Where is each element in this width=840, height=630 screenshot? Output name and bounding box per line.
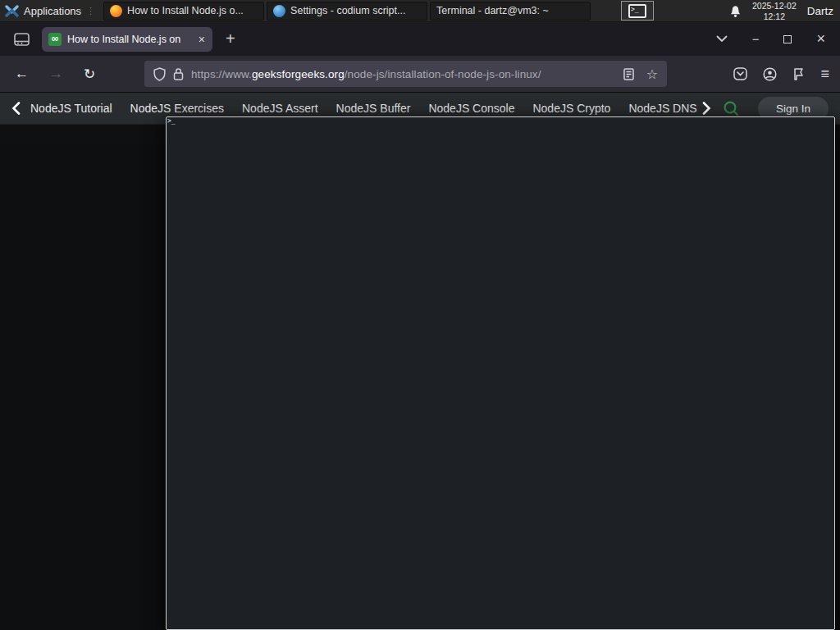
new-tab-button[interactable]: + bbox=[226, 30, 235, 48]
geeksforgeeks-favicon: ∞ bbox=[48, 33, 62, 46]
window-minimize-button[interactable]: − bbox=[752, 32, 760, 46]
window-close-button[interactable]: × bbox=[816, 30, 825, 48]
browser-tab-active[interactable]: ∞ How to Install Node.js on × bbox=[42, 27, 212, 52]
nav-link[interactable]: NodeJS Console bbox=[428, 102, 514, 115]
url-domain: geeksforgeeks.org bbox=[252, 68, 345, 80]
forward-button[interactable]: → bbox=[49, 66, 63, 82]
site-nav-links: NodeJS TutorialNodeJS ExercisesNodeJS As… bbox=[30, 102, 709, 115]
distro-logo-icon bbox=[5, 4, 19, 18]
nav-link[interactable]: NodeJS Tutorial bbox=[30, 102, 112, 115]
user-menu[interactable]: Dartz bbox=[807, 5, 835, 17]
nav-scroll-right-icon[interactable] bbox=[702, 102, 711, 115]
applications-label: Applications bbox=[24, 5, 81, 17]
url-text: https://www.geeksforgeeks.org/node-js/in… bbox=[191, 68, 541, 80]
back-button[interactable]: ← bbox=[15, 66, 29, 82]
tab-title: How to Install Node.js on bbox=[67, 34, 192, 45]
taskbar-window-button[interactable]: Settings - codium script... bbox=[267, 2, 427, 21]
search-icon[interactable] bbox=[723, 100, 740, 117]
bookmark-star-icon[interactable]: ☆ bbox=[646, 66, 658, 82]
applications-menu[interactable]: Applications ⋮ bbox=[0, 0, 103, 21]
firefox-icon bbox=[110, 5, 122, 17]
nav-link[interactable]: NodeJS Crypto bbox=[532, 102, 610, 115]
browser-toolbar: ← → ↻ https://www.geeksforgeeks.org/node… bbox=[0, 56, 840, 93]
terminal-launcher[interactable] bbox=[621, 1, 654, 21]
window-button-label: Settings - codium script... bbox=[290, 5, 405, 16]
window-button-label: How to Install Node.js o... bbox=[127, 5, 244, 16]
lock-icon[interactable] bbox=[173, 67, 184, 80]
extensions-icon[interactable] bbox=[792, 67, 805, 80]
system-tray: 2025-12-02 12:12 Dartz bbox=[721, 0, 840, 22]
bell-icon[interactable] bbox=[729, 5, 742, 18]
nav-scroll-left-icon[interactable] bbox=[11, 102, 21, 115]
window-button-label: Terminal - dartz@vm3: ~ bbox=[436, 5, 549, 16]
tab-close-icon[interactable]: × bbox=[198, 33, 206, 46]
clock-time: 12:12 bbox=[752, 11, 797, 22]
clock-date: 2025-12-02 bbox=[752, 1, 797, 11]
nav-link[interactable]: NodeJS Exercises bbox=[130, 102, 224, 115]
app-menu-icon[interactable]: ≡ bbox=[820, 66, 829, 81]
codium-icon bbox=[273, 5, 285, 17]
top-panel: Applications ⋮ How to Install Node.js o.… bbox=[0, 0, 840, 22]
nav-link[interactable]: NodeJS Buffer bbox=[336, 102, 411, 115]
panel-clock[interactable]: 2025-12-02 12:12 bbox=[752, 1, 797, 21]
panel-grip: ⋮ bbox=[86, 6, 95, 16]
reader-view-icon[interactable] bbox=[623, 68, 634, 80]
terminal-icon bbox=[628, 4, 646, 18]
taskbar-window-button[interactable]: How to Install Node.js o... bbox=[103, 2, 264, 21]
pocket-icon[interactable] bbox=[733, 67, 747, 80]
taskbar-window-button[interactable]: Terminal - dartz@vm3: ~ bbox=[430, 2, 591, 21]
nav-link[interactable]: NodeJS Assert bbox=[242, 102, 318, 115]
browser-tab-bar: ∞ How to Install Node.js on × + − × bbox=[0, 22, 840, 56]
account-icon[interactable] bbox=[763, 67, 777, 81]
firefox-view-icon[interactable] bbox=[14, 33, 30, 46]
taskbar-window-list: How to Install Node.js o...Settings - co… bbox=[103, 2, 591, 21]
list-all-tabs-icon[interactable] bbox=[716, 35, 728, 43]
url-bar[interactable]: https://www.geeksforgeeks.org/node-js/in… bbox=[144, 61, 667, 87]
window-maximize-button[interactable] bbox=[783, 35, 792, 43]
nav-link[interactable]: NodeJS DNS bbox=[628, 102, 696, 115]
tracking-protection-shield-icon[interactable] bbox=[153, 67, 166, 81]
url-scheme: https://www. bbox=[191, 68, 252, 80]
url-path: /node-js/installation-of-node-js-on-linu… bbox=[345, 68, 541, 80]
reload-button[interactable]: ↻ bbox=[84, 66, 95, 83]
